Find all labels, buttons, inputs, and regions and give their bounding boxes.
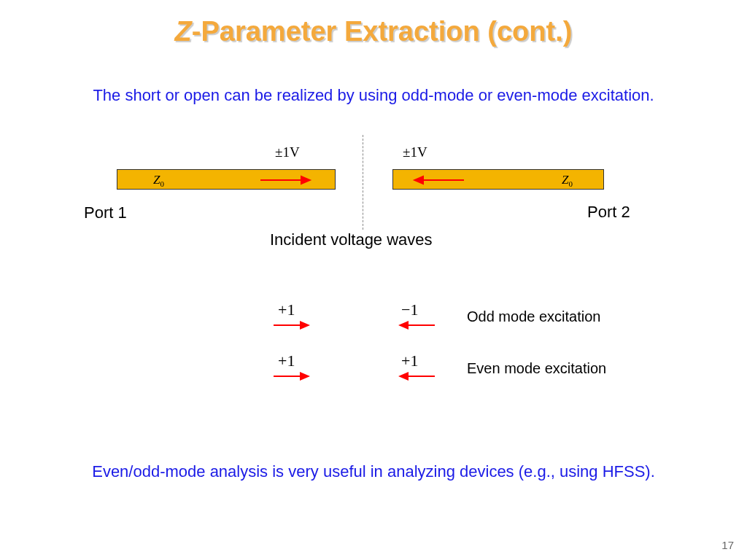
title-rest: -Parameter Extraction (cont.) [192,16,573,47]
arrow-odd-left [272,319,314,332]
arrow-left-box [259,175,317,188]
slide: Z-Parameter Extraction (cont.) The short… [0,0,747,560]
odd-right-value: −1 [401,300,418,319]
arrow-even-right [394,370,436,384]
arrow-right-box [407,175,465,188]
arrow-odd-right [394,319,436,332]
z0-label-right: Z0 [562,173,573,188]
even-mode-label: Even mode excitation [467,360,606,377]
slide-subtitle: The short or open can be realized by usi… [0,86,747,105]
voltage-label-right: ±1V [403,144,427,160]
arrow-even-left [272,370,314,384]
odd-left-value: +1 [278,300,295,319]
slide-footnote: Even/odd-mode analysis is very useful in… [0,462,747,481]
odd-mode-label: Odd mode excitation [467,308,600,325]
slide-title: Z-Parameter Extraction (cont.) [0,16,747,47]
diagram-caption: Incident voltage waves [270,230,433,249]
z0-label-left: Z0 [153,173,164,188]
even-right-value: +1 [401,351,418,370]
port2-label: Port 2 [587,203,630,222]
voltage-label-left: ±1V [275,144,300,160]
symmetry-plane [363,135,363,230]
port1-label: Port 1 [84,203,127,222]
title-prefix: Z [175,16,192,47]
even-left-value: +1 [278,351,295,370]
page-number: 17 [721,539,734,551]
